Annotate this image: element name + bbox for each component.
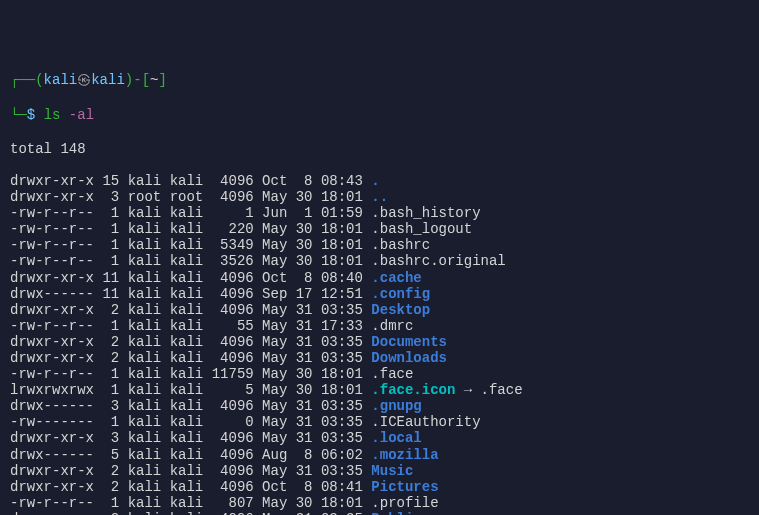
listing-row: -rw-r--r-- 1 kali kali 807 May 30 18:01 … <box>10 495 749 511</box>
owner: kali <box>128 511 162 515</box>
links: 3 <box>102 398 119 414</box>
date: May 31 03:35 <box>262 511 363 515</box>
file-name: .dmrc <box>371 318 413 334</box>
file-name: .face.icon <box>371 382 455 398</box>
owner: kali <box>128 302 162 318</box>
file-name: .bashrc <box>371 237 430 253</box>
listing-row: -rw-r--r-- 1 kali kali 3526 May 30 18:01… <box>10 253 749 269</box>
size: 4096 <box>212 286 254 302</box>
links: 1 <box>102 382 119 398</box>
perms: drwxr-xr-x <box>10 350 94 366</box>
date: May 31 17:33 <box>262 318 363 334</box>
date: May 30 18:01 <box>262 237 363 253</box>
links: 2 <box>102 350 119 366</box>
file-name: Pictures <box>371 479 438 495</box>
prompt-line-2[interactable]: └─$ ls -al <box>10 107 749 123</box>
perms: drwxr-xr-x <box>10 270 94 286</box>
prompt-host: kali <box>91 72 125 88</box>
file-name: .local <box>371 430 421 446</box>
perms: -rw-r--r-- <box>10 495 94 511</box>
listing-row: drwxr-xr-x 3 kali kali 4096 May 31 03:35… <box>10 430 749 446</box>
group: kali <box>170 237 204 253</box>
links: 15 <box>102 173 119 189</box>
command: ls <box>44 107 61 123</box>
owner: kali <box>128 270 162 286</box>
size: 0 <box>212 414 254 430</box>
links: 2 <box>102 511 119 515</box>
owner: kali <box>128 479 162 495</box>
perms: -rw-r--r-- <box>10 221 94 237</box>
perms: -rw-r--r-- <box>10 237 94 253</box>
perms: -rw-r--r-- <box>10 366 94 382</box>
perms: -rw-r--r-- <box>10 318 94 334</box>
owner: kali <box>128 221 162 237</box>
date: May 31 03:35 <box>262 350 363 366</box>
group: kali <box>170 495 204 511</box>
date: May 31 03:35 <box>262 414 363 430</box>
group: kali <box>170 430 204 446</box>
owner: kali <box>128 173 162 189</box>
links: 2 <box>102 334 119 350</box>
perms: drwxr-xr-x <box>10 479 94 495</box>
listing-row: drwxr-xr-x 2 kali kali 4096 May 31 03:35… <box>10 334 749 350</box>
links: 3 <box>102 189 119 205</box>
file-name: .config <box>371 286 430 302</box>
listing-row: drwxr-xr-x 2 kali kali 4096 May 31 03:35… <box>10 350 749 366</box>
prompt-end-bracket: ] <box>158 72 166 88</box>
group: kali <box>170 350 204 366</box>
listing-row: drwxr-xr-x 3 root root 4096 May 30 18:01… <box>10 189 749 205</box>
date: May 31 03:35 <box>262 334 363 350</box>
listing-row: -rw-r--r-- 1 kali kali 1 Jun 1 01:59 .ba… <box>10 205 749 221</box>
group: kali <box>170 205 204 221</box>
date: May 31 03:35 <box>262 302 363 318</box>
owner: root <box>128 189 162 205</box>
owner: kali <box>128 253 162 269</box>
group: kali <box>170 382 204 398</box>
perms: lrwxrwxrwx <box>10 382 94 398</box>
file-name: Public <box>371 511 421 515</box>
perms: drwxr-xr-x <box>10 511 94 515</box>
file-name: Documents <box>371 334 447 350</box>
group: kali <box>170 253 204 269</box>
links: 11 <box>102 286 119 302</box>
listing-row: drwxr-xr-x 11 kali kali 4096 Oct 8 08:40… <box>10 270 749 286</box>
size: 4096 <box>212 463 254 479</box>
group: kali <box>170 511 204 515</box>
perms: drwxr-xr-x <box>10 302 94 318</box>
prompt-at: ㉿ <box>77 72 91 88</box>
size: 1 <box>212 205 254 221</box>
file-name: .bashrc.original <box>371 253 505 269</box>
listing-row: drwx------ 3 kali kali 4096 May 31 03:35… <box>10 398 749 414</box>
file-name: Desktop <box>371 302 430 318</box>
size: 4096 <box>212 511 254 515</box>
file-name: .profile <box>371 495 438 511</box>
size: 4096 <box>212 350 254 366</box>
group: kali <box>170 221 204 237</box>
group: kali <box>170 414 204 430</box>
listing-row: -rw-r--r-- 1 kali kali 11759 May 30 18:0… <box>10 366 749 382</box>
date: Jun 1 01:59 <box>262 205 363 221</box>
date: Oct 8 08:43 <box>262 173 363 189</box>
owner: kali <box>128 447 162 463</box>
links: 3 <box>102 430 119 446</box>
date: May 30 18:01 <box>262 495 363 511</box>
listing-row: drwxr-xr-x 2 kali kali 4096 Oct 8 08:41 … <box>10 479 749 495</box>
size: 4096 <box>212 173 254 189</box>
listing-row: -rw-r--r-- 1 kali kali 55 May 31 17:33 .… <box>10 318 749 334</box>
size: 4096 <box>212 270 254 286</box>
perms: drwxr-xr-x <box>10 334 94 350</box>
links: 1 <box>102 414 119 430</box>
group: kali <box>170 398 204 414</box>
group: kali <box>170 334 204 350</box>
perms: drwxr-xr-x <box>10 189 94 205</box>
date: May 30 18:01 <box>262 221 363 237</box>
perms: -rw-r--r-- <box>10 253 94 269</box>
links: 1 <box>102 318 119 334</box>
date: May 30 18:01 <box>262 253 363 269</box>
listing-row: drwxr-xr-x 2 kali kali 4096 May 31 03:35… <box>10 463 749 479</box>
file-name: .. <box>371 189 388 205</box>
date: May 30 18:01 <box>262 366 363 382</box>
links: 2 <box>102 463 119 479</box>
size: 4096 <box>212 398 254 414</box>
date: May 31 03:35 <box>262 430 363 446</box>
